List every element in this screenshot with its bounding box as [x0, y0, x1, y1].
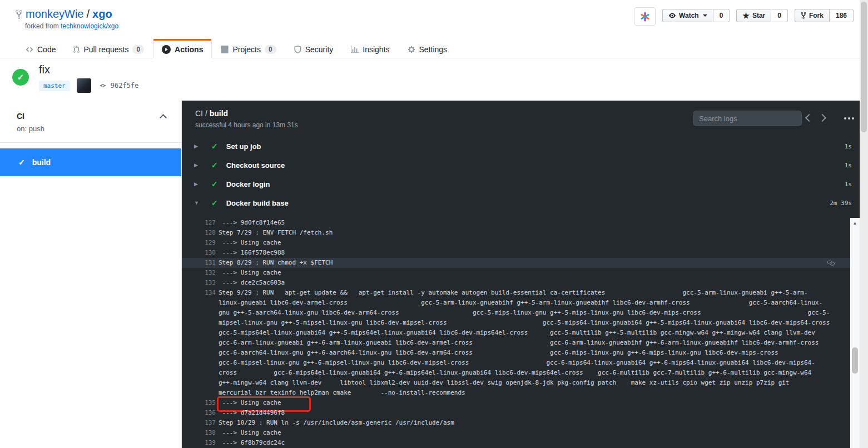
log-line-number[interactable]	[182, 328, 216, 338]
star-count[interactable]: 0	[771, 9, 788, 22]
log-line[interactable]: 130 ---> 166f578ec988	[182, 248, 850, 258]
log-line[interactable]: 133 ---> dce2c5ac603a	[182, 278, 850, 288]
log-line[interactable]: 131 Step 8/29 : RUN chmod +x $FETCH	[182, 258, 850, 268]
branch-badge[interactable]: master	[39, 81, 70, 91]
fork-label: Fork	[809, 12, 824, 19]
workflow-run-header: ✓ fix master 962f5fe	[12, 62, 138, 93]
log-scrollbar[interactable]: ▲	[850, 218, 860, 448]
search-logs-input[interactable]	[693, 111, 802, 126]
link-icon[interactable]	[827, 259, 835, 267]
log-line-text: Step 10/29 : RUN ln -s /usr/include/asm-…	[216, 418, 454, 428]
log-line[interactable]: 137 Step 10/29 : RUN ln -s /usr/include/…	[182, 418, 850, 428]
log-line[interactable]: 134 Step 9/29 : RUN apt-get update && ap…	[182, 288, 850, 298]
collapse-triangle-icon[interactable]: ▼	[194, 200, 204, 206]
tab-security[interactable]: Security	[285, 39, 343, 58]
avatar[interactable]	[77, 78, 91, 93]
kebab-menu-icon[interactable]	[844, 117, 846, 120]
step-name: Docker login	[226, 180, 270, 188]
log-line[interactable]: gcc-6-aarch64-linux-gnu g++-6-aarch64-li…	[182, 348, 850, 358]
fork-count[interactable]: 186	[830, 9, 854, 22]
log-line-number[interactable]	[182, 308, 216, 318]
tab-code[interactable]: Code	[17, 39, 65, 58]
forked-from-note: forked from techknowlogick/xgo	[25, 22, 118, 30]
expand-triangle-icon[interactable]: ▶	[194, 181, 204, 187]
log-line[interactable]: cross gcc-6-mips64el-linux-gnuabi64 g++-…	[182, 368, 850, 378]
run-meta: master 962f5fe	[39, 78, 138, 93]
tab-pull-requests[interactable]: Pull requests 0	[65, 39, 153, 58]
repo-name-link[interactable]: xgo	[92, 8, 112, 21]
log-line-number[interactable]: 127	[182, 218, 216, 228]
log-line-number[interactable]: 139	[182, 438, 216, 448]
log-line[interactable]: linux-gnueabi libc6-dev-armel-cross gcc-…	[182, 298, 850, 308]
sidebar-job-build[interactable]: ✓ build	[0, 148, 181, 176]
log-line[interactable]: 128 Step 7/29 : ENV FETCH /fetch.sh	[182, 228, 850, 238]
log-line-text: Step 7/29 : ENV FETCH /fetch.sh	[216, 228, 333, 238]
step-row[interactable]: ▶ ▼ ✓ Set up job 1s	[182, 137, 860, 156]
page-scrollbar-thumb[interactable]	[861, 2, 867, 132]
step-duration: 1s	[845, 181, 852, 188]
log-line-number[interactable]	[182, 388, 216, 398]
log-line-number[interactable]	[182, 368, 216, 378]
log-line[interactable]: 135 ---> Using cache	[182, 398, 850, 408]
log-line-number[interactable]	[182, 378, 216, 388]
tab-code-label: Code	[37, 45, 56, 54]
log-line[interactable]: 138 ---> Using cache	[182, 428, 850, 438]
tab-settings-label: Settings	[419, 45, 448, 54]
log-line-number[interactable]: 129	[182, 238, 216, 248]
log-line[interactable]: 132 ---> Using cache	[182, 268, 850, 278]
fork-button[interactable]: Fork	[795, 9, 830, 22]
log-line[interactable]: 136 ---> d7a21d4496f8	[182, 408, 850, 418]
log-line[interactable]: g++-mingw-w64 clang llvm-dev libtool lib…	[182, 378, 850, 388]
log-line[interactable]: gnu g++-5-aarch64-linux-gnu libc6-dev-ar…	[182, 308, 850, 318]
tab-insights[interactable]: Insights	[342, 39, 398, 58]
tab-settings[interactable]: Settings	[399, 39, 457, 58]
log-line-number[interactable]	[182, 348, 216, 358]
tab-projects[interactable]: Projects 0	[212, 39, 285, 58]
watch-count[interactable]: 0	[713, 9, 730, 22]
log-line-number[interactable]: 132	[182, 268, 216, 278]
log-line-number[interactable]: 128	[182, 228, 216, 238]
log-line-number[interactable]: 134	[182, 288, 216, 298]
log-output: 127 ---> 9d0fc8f14e65 128 Step 7/29 : EN…	[182, 218, 850, 448]
log-line-number[interactable]	[182, 318, 216, 328]
log-line-text: gcc-6-aarch64-linux-gnu g++-6-aarch64-li…	[216, 348, 778, 358]
project-icon	[221, 46, 229, 53]
page-scrollbar[interactable]	[860, 0, 868, 448]
workflow-section-header[interactable]: CI on: push	[0, 101, 181, 143]
step-row[interactable]: ▶ ▼ ✓ Docker build base 2m 39s	[182, 193, 860, 212]
log-line-number[interactable]: 130	[182, 248, 216, 258]
commit-sha-link[interactable]: 962f5fe	[111, 82, 139, 89]
log-line-number[interactable]: 138	[182, 428, 216, 438]
log-line-text: ---> 9d0fc8f14e65	[216, 218, 285, 228]
tab-security-label: Security	[305, 45, 334, 54]
log-line-number[interactable]: 137	[182, 418, 216, 428]
log-line[interactable]: 127 ---> 9d0fc8f14e65	[182, 218, 850, 228]
step-row[interactable]: ▶ ▼ ✓ Docker login 1s	[182, 175, 860, 193]
log-line-number[interactable]	[182, 338, 216, 348]
log-line-number[interactable]	[182, 298, 216, 308]
expand-triangle-icon[interactable]: ▶	[194, 162, 204, 168]
job-label: build	[32, 158, 51, 167]
log-line[interactable]: mipsel-linux-gnu g++-5-mipsel-linux-gnu …	[182, 318, 850, 328]
log-line[interactable]: gcc-6-mipsel-linux-gnu g++-6-mipsel-linu…	[182, 358, 850, 368]
log-line-number[interactable]: 133	[182, 278, 216, 288]
log-line-number[interactable]: 135	[182, 398, 216, 408]
log-line[interactable]: 129 ---> Using cache	[182, 238, 850, 248]
fork-source-link[interactable]: techknowlogick/xgo	[61, 22, 118, 30]
log-line[interactable]: gcc-6-arm-linux-gnueabi g++-6-arm-linux-…	[182, 338, 850, 348]
log-line-text: mipsel-linux-gnu g++-5-mipsel-linux-gnu …	[216, 318, 830, 328]
log-line[interactable]: 139 ---> 6f8b79cdc24c	[182, 438, 850, 448]
log-scrollbar-thumb[interactable]	[852, 347, 858, 374]
log-line[interactable]: gcc-5-mips64el-linux-gnuabi64 g++-5-mips…	[182, 328, 850, 338]
repo-owner-link[interactable]: monkeyWie	[26, 8, 83, 21]
log-line-number[interactable]: 136	[182, 408, 216, 418]
scroll-up-arrow-icon[interactable]: ▲	[850, 218, 860, 226]
log-line-number[interactable]	[182, 358, 216, 368]
star-button[interactable]: ★ Star	[736, 9, 771, 22]
extension-button[interactable]	[634, 7, 656, 26]
expand-triangle-icon[interactable]: ▶	[194, 143, 204, 149]
tab-actions[interactable]: Actions	[153, 39, 212, 58]
watch-button[interactable]: Watch	[662, 9, 713, 22]
log-line-number[interactable]: 131	[182, 258, 216, 268]
step-row[interactable]: ▶ ▼ ✓ Checkout source 1s	[182, 156, 860, 175]
